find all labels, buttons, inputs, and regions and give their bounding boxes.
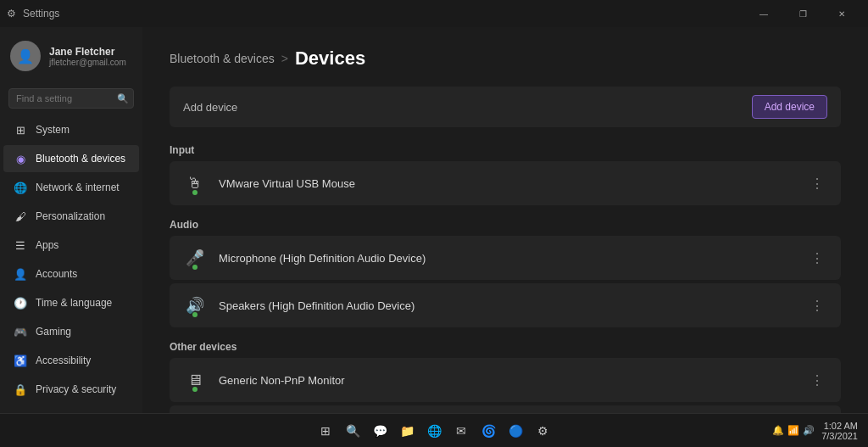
- apps-icon: ☰: [14, 238, 27, 252]
- nav-label-gaming: Gaming: [36, 326, 71, 338]
- accounts-icon: 👤: [14, 267, 27, 281]
- gaming-icon: 🎮: [14, 325, 27, 338]
- taskbar: ⊞ 🔍 💬 📁 🌐 ✉ 🌀 🔵 ⚙ 🔔 📶 🔊 1:02 AM 7/3/2021: [0, 413, 868, 447]
- app-container: 👤 Jane Fletcher jfletcher@gmail.com 🔍 ⊞ …: [0, 27, 868, 413]
- device-name-usb-mouse: VMware Virtual USB Mouse: [219, 177, 805, 190]
- explorer-icon[interactable]: 📁: [395, 419, 419, 443]
- titlebar-controls: — ❐ ✕: [744, 0, 861, 27]
- taskbar-right: 🔔 📶 🔊 1:02 AM 7/3/2021: [772, 421, 858, 441]
- taskview-icon[interactable]: 💬: [368, 419, 392, 443]
- bluetooth-icon: ◉: [14, 152, 27, 165]
- nav-label-time: Time & language: [36, 297, 112, 309]
- device-name-microphone: Microphone (High Definition Audio Device…: [219, 252, 805, 265]
- system-icon: ⊞: [14, 123, 27, 137]
- device-more-menu-spk[interactable]: ⋮: [805, 294, 829, 317]
- search-input[interactable]: [8, 88, 134, 109]
- taskbar-sys-icons: 🔔 📶 🔊: [772, 425, 815, 436]
- add-device-button[interactable]: Add device: [752, 95, 827, 119]
- nav-item-accounts[interactable]: 👤 Accounts: [3, 260, 139, 288]
- device-more-menu-monitor[interactable]: ⋮: [805, 369, 829, 392]
- titlebar-left: ⚙ Settings: [7, 8, 59, 20]
- search-icon: 🔍: [117, 93, 129, 104]
- device-list-input: 🖱 VMware Virtual USB Mouse ⋮: [170, 161, 841, 205]
- section-title-audio: Audio: [170, 219, 841, 231]
- device-icon-wrap-spk: 🔊: [181, 292, 209, 319]
- network-status-icon[interactable]: 📶: [787, 425, 799, 436]
- nav-label-bluetooth: Bluetooth & devices: [36, 153, 125, 165]
- user-email: jfletcher@gmail.com: [49, 58, 126, 67]
- nav-item-network[interactable]: 🌐 Network & internet: [3, 174, 139, 201]
- breadcrumb-parent[interactable]: Bluetooth & devices: [170, 52, 275, 65]
- device-item-monitor[interactable]: 🖥 Generic Non-PnP Monitor ⋮: [170, 358, 841, 402]
- clock: 1:02 AM: [821, 421, 858, 431]
- nav-item-accessibility[interactable]: ♿ Accessibility: [3, 347, 139, 374]
- mail-icon[interactable]: ✉: [449, 419, 473, 443]
- nav-label-apps: Apps: [36, 239, 58, 251]
- volume-icon[interactable]: 🔊: [803, 425, 815, 436]
- nav-label-personalization: Personalization: [36, 210, 105, 222]
- teams-icon[interactable]: 🌀: [476, 419, 500, 443]
- device-item-network-card[interactable]: 📄 Intel(R) 82574L Gigabit Network Connec…: [170, 405, 841, 413]
- nav-item-personalization[interactable]: 🖌 Personalization: [3, 203, 139, 230]
- nav-item-bluetooth[interactable]: ◉ Bluetooth & devices: [3, 145, 139, 172]
- sidebar-user[interactable]: 👤 Jane Fletcher jfletcher@gmail.com: [0, 27, 142, 85]
- nav-item-apps[interactable]: ☰ Apps: [3, 232, 139, 259]
- breadcrumb-separator: >: [281, 52, 288, 65]
- device-more-menu[interactable]: ⋮: [805, 172, 829, 195]
- nav-label-accounts: Accounts: [36, 268, 77, 280]
- close-button[interactable]: ✕: [822, 0, 861, 27]
- date: 7/3/2021: [821, 431, 858, 441]
- nav-label-system: System: [36, 124, 70, 136]
- accessibility-icon: ♿: [14, 354, 27, 367]
- nav-item-windows-update[interactable]: ⟳ Windows Update: [3, 405, 139, 413]
- device-item-microphone[interactable]: 🎤 Microphone (High Definition Audio Devi…: [170, 236, 841, 280]
- device-icon-wrap-mic: 🎤: [181, 244, 209, 271]
- network-icon: 🌐: [14, 181, 27, 194]
- device-status-dot-spk: [192, 312, 198, 317]
- user-name: Jane Fletcher: [49, 46, 126, 58]
- settings-taskbar-icon[interactable]: ⚙: [531, 419, 554, 443]
- titlebar: ⚙ Settings — ❐ ✕: [0, 0, 868, 27]
- start-button[interactable]: ⊞: [314, 419, 337, 443]
- personalization-icon: 🖌: [14, 210, 27, 223]
- nav-item-system[interactable]: ⊞ System: [3, 116, 139, 143]
- nav-label-network: Network & internet: [36, 182, 120, 193]
- content-area: Bluetooth & devices > Devices Add device…: [142, 27, 868, 413]
- nav-item-privacy[interactable]: 🔒 Privacy & security: [3, 376, 139, 403]
- device-status-dot: [192, 190, 198, 195]
- settings-icon: ⚙: [7, 8, 16, 20]
- minimize-button[interactable]: —: [744, 0, 783, 27]
- taskbar-center: ⊞ 🔍 💬 📁 🌐 ✉ 🌀 🔵 ⚙: [314, 419, 554, 443]
- time-icon: 🕐: [14, 296, 27, 310]
- nav-item-gaming[interactable]: 🎮 Gaming: [3, 318, 139, 345]
- device-icon-wrap: 🖱: [181, 170, 209, 197]
- add-device-label: Add device: [183, 101, 237, 114]
- privacy-icon: 🔒: [14, 383, 27, 396]
- search-box[interactable]: 🔍: [8, 88, 134, 109]
- device-list-other: 🖥 Generic Non-PnP Monitor ⋮ 📄 Intel(R) 8…: [170, 358, 841, 413]
- page-title: Devices: [295, 47, 365, 70]
- breadcrumb: Bluetooth & devices > Devices: [170, 47, 841, 70]
- device-item-speakers[interactable]: 🔊 Speakers (High Definition Audio Device…: [170, 283, 841, 327]
- section-title-other: Other devices: [170, 341, 841, 353]
- edge-icon[interactable]: 🌐: [422, 419, 446, 443]
- section-title-input: Input: [170, 144, 841, 156]
- device-item-usb-mouse[interactable]: 🖱 VMware Virtual USB Mouse ⋮: [170, 161, 841, 205]
- notifications-icon[interactable]: 🔔: [772, 425, 784, 436]
- nav-item-time[interactable]: 🕐 Time & language: [3, 289, 139, 316]
- taskbar-time-date[interactable]: 1:02 AM 7/3/2021: [821, 421, 858, 441]
- app-title: Settings: [23, 8, 59, 20]
- search-taskbar-icon[interactable]: 🔍: [341, 419, 364, 443]
- restore-button[interactable]: ❐: [783, 0, 822, 27]
- device-list-audio: 🎤 Microphone (High Definition Audio Devi…: [170, 236, 841, 327]
- nav-label-privacy: Privacy & security: [36, 383, 116, 395]
- nav-label-accessibility: Accessibility: [36, 355, 91, 366]
- sidebar: 👤 Jane Fletcher jfletcher@gmail.com 🔍 ⊞ …: [0, 27, 142, 413]
- device-icon-wrap-monitor: 🖥: [181, 366, 209, 394]
- add-device-bar: Add device Add device: [170, 87, 841, 127]
- device-status-dot-mic: [192, 265, 198, 270]
- avatar: 👤: [10, 41, 41, 71]
- browser-icon[interactable]: 🔵: [504, 419, 527, 443]
- device-name-monitor: Generic Non-PnP Monitor: [219, 374, 805, 387]
- device-more-menu-mic[interactable]: ⋮: [805, 247, 829, 270]
